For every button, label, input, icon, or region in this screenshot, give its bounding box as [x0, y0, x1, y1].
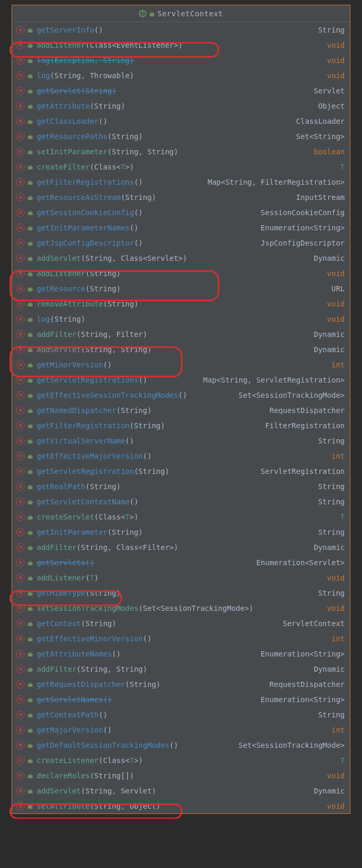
method-signature: addListener(Class<EventListener>) — [37, 41, 323, 49]
method-icon: m — [16, 300, 25, 308]
return-type: Dynamic — [314, 330, 345, 338]
class-name: ServletContext — [157, 9, 223, 18]
method-row[interactable]: maddServlet(String, String)Dynamic — [12, 342, 350, 357]
method-row[interactable]: mgetInitParameter(String)String — [12, 524, 350, 539]
method-row[interactable]: mgetAttributeNames()Enumeration<String> — [12, 646, 350, 661]
method-icon: m — [16, 391, 25, 399]
method-row[interactable]: mlog(String, Throwable)void — [12, 68, 350, 83]
method-icon: m — [16, 193, 25, 202]
method-row[interactable]: mgetEffectiveMajorVersion()int — [12, 448, 350, 463]
method-row[interactable]: mgetFilterRegistrations()Map<String, Fil… — [12, 174, 350, 189]
return-type: Map<String, FilterRegistration> — [208, 178, 345, 186]
method-row[interactable]: maddFilter(String, Filter)Dynamic — [12, 326, 350, 342]
method-row[interactable]: maddListener(T)void — [12, 570, 350, 585]
method-icon: m — [16, 41, 25, 49]
method-row[interactable]: mgetServletRegistrations()Map<String, Se… — [12, 372, 350, 387]
return-type: Dynamic — [314, 254, 345, 262]
method-row[interactable]: mgetContext(String)ServletContext — [12, 616, 350, 631]
method-row[interactable]: mcreateServlet(Class<T>)T — [12, 509, 350, 524]
method-row[interactable]: mgetServletRegistration(String)ServletRe… — [12, 463, 350, 479]
method-row[interactable]: mcreateListener(Class<T>)T — [12, 753, 350, 768]
method-signature: getContextPath() — [37, 711, 314, 719]
method-row[interactable]: mgetResourceAsStream(String)InputStream — [12, 189, 350, 205]
method-signature: removeAttribute(String) — [37, 300, 323, 308]
method-icon: m — [16, 132, 25, 141]
method-row[interactable]: maddFilter(String, String)Dynamic — [12, 661, 350, 676]
method-row[interactable]: mgetRequestDispatcher(String)RequestDisp… — [12, 676, 350, 692]
lock-icon — [28, 134, 33, 139]
method-row[interactable]: maddListener(String)void — [12, 266, 350, 281]
return-type: Dynamic — [314, 665, 345, 673]
lock-icon — [28, 103, 33, 109]
method-row[interactable]: mgetJspConfigDescriptor()JspConfigDescri… — [12, 235, 350, 250]
interface-icon: I — [139, 10, 146, 17]
method-row[interactable]: mgetServletNames()Enumeration<String> — [12, 692, 350, 707]
lock-icon — [28, 469, 33, 474]
method-icon: m — [16, 147, 25, 156]
method-row[interactable]: mdeclareRoles(String[])void — [12, 768, 350, 783]
method-signature: getAttribute(String) — [37, 102, 314, 110]
lock-icon — [28, 195, 33, 200]
method-row[interactable]: mgetEffectiveSessionTrackingModes()Set<S… — [12, 387, 350, 403]
method-signature: setSessionTrackingModes(Set<SessionTrack… — [37, 604, 323, 612]
method-row[interactable]: mgetServlets()Enumeration<Servlet> — [12, 555, 350, 570]
lock-icon — [28, 301, 33, 306]
method-row[interactable]: mgetContextPath()String — [12, 707, 350, 722]
method-row[interactable]: mgetMajorVersion()int — [12, 722, 350, 737]
method-row[interactable]: msetSessionTrackingModes(Set<SessionTrac… — [12, 600, 350, 616]
method-icon: m — [16, 741, 25, 749]
method-row[interactable]: mgetInitParameterNames()Enumeration<Stri… — [12, 220, 350, 235]
method-row[interactable]: mgetResource(String)URL — [12, 281, 350, 296]
method-row[interactable]: mgetDefaultSessionTrackingModes()Set<Ses… — [12, 737, 350, 753]
method-icon: m — [16, 787, 25, 795]
method-row[interactable]: maddListener(Class<EventListener>)void — [12, 37, 350, 52]
method-row[interactable]: mgetMinorVersion()int — [12, 357, 350, 372]
method-signature: getResource(String) — [37, 284, 327, 293]
method-row[interactable]: maddServlet(String, Servlet)Dynamic — [12, 783, 350, 798]
method-row[interactable]: mgetNamedDispatcher(String)RequestDispat… — [12, 403, 350, 418]
return-type: String — [318, 589, 345, 597]
lock-icon — [28, 575, 33, 580]
return-type: JspConfigDescriptor — [261, 239, 345, 247]
method-signature: getNamedDispatcher(String) — [37, 406, 265, 415]
method-row[interactable]: mgetMimeType(String)String — [12, 585, 350, 600]
method-row[interactable]: maddServlet(String, Class<Servlet>)Dynam… — [12, 250, 350, 266]
return-type: void — [327, 56, 345, 65]
method-row[interactable]: msetAttribute(String, Object)void — [12, 798, 350, 813]
method-icon: m — [16, 163, 25, 171]
method-signature: getServletNames() — [37, 695, 257, 704]
method-icon: m — [16, 574, 25, 582]
lock-icon — [28, 682, 33, 687]
method-icon: m — [16, 254, 25, 262]
lock-icon — [28, 347, 33, 352]
panel-header: I ServletContext — [12, 5, 350, 22]
method-row[interactable]: mcreateFilter(Class<T>)T — [12, 159, 350, 174]
method-row[interactable]: mgetEffectiveMinorVersion()int — [12, 631, 350, 646]
return-type: Dynamic — [314, 787, 345, 795]
return-type: void — [327, 574, 345, 582]
method-row[interactable]: mgetVirtualServerName()String — [12, 433, 350, 448]
method-icon: m — [16, 421, 25, 430]
method-row[interactable]: mgetClassLoader()ClassLoader — [12, 113, 350, 129]
method-row[interactable]: mlog(Exception, String)void — [12, 52, 350, 68]
method-row[interactable]: mgetAttribute(String)Object — [12, 98, 350, 113]
method-icon: m — [16, 467, 25, 475]
lock-icon — [28, 43, 33, 48]
method-signature: createListener(Class<T>) — [37, 756, 336, 765]
method-row[interactable]: mgetRealPath(String)String — [12, 479, 350, 494]
method-row[interactable]: mgetServerInfo()String — [12, 22, 350, 37]
method-row[interactable]: mgetServlet(String)Servlet — [12, 83, 350, 98]
lock-icon — [28, 712, 33, 717]
method-row[interactable]: mgetServletContextName()String — [12, 494, 350, 509]
method-signature: declareRoles(String[]) — [37, 771, 323, 780]
method-row[interactable]: maddFilter(String, Class<Filter>)Dynamic — [12, 539, 350, 555]
method-row[interactable]: mremoveAttribute(String)void — [12, 296, 350, 311]
method-row[interactable]: msetInitParameter(String, String)boolean — [12, 144, 350, 159]
method-signature: log(String) — [37, 315, 323, 323]
method-row[interactable]: mgetResourcePaths(String)Set<String> — [12, 129, 350, 144]
method-row[interactable]: mgetSessionCookieConfig()SessionCookieCo… — [12, 205, 350, 220]
method-row[interactable]: mgetFilterRegistration(String)FilterRegi… — [12, 418, 350, 433]
lock-icon — [28, 727, 33, 733]
method-row[interactable]: mlog(String)void — [12, 311, 350, 326]
method-signature: addServlet(String, Class<Servlet>) — [37, 254, 310, 262]
